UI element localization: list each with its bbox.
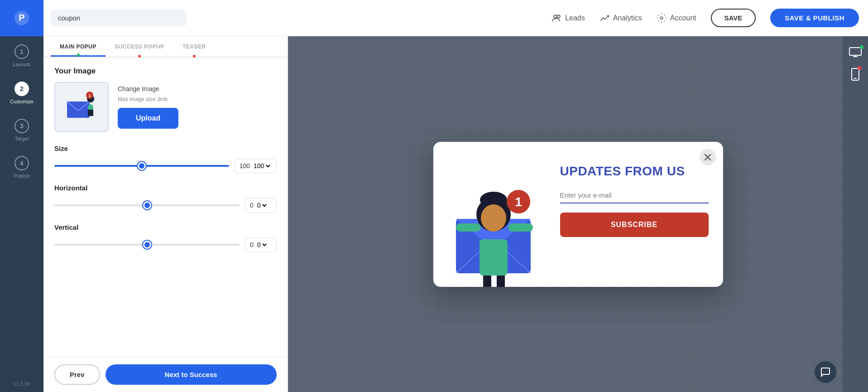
prev-button[interactable]: Prev [54, 364, 100, 385]
vertical-section: Vertical 0 0 [54, 223, 277, 252]
tab-teaser[interactable]: TEASER [173, 36, 215, 57]
image-controls: Change Image Max image size 3mb Upload [118, 85, 178, 129]
account-nav-item[interactable]: Account [657, 13, 696, 23]
sidebar-item-target-label: Target [15, 136, 29, 141]
teaser-tab-label: TEASER [182, 44, 206, 50]
next-button[interactable]: Next to Success [106, 364, 277, 385]
success-popup-dot [138, 55, 141, 58]
vertical-slider[interactable] [54, 244, 240, 246]
main-popup-tab-label: MAIN POPUP [60, 44, 96, 50]
leads-nav-item[interactable]: Leads [551, 13, 585, 23]
save-button[interactable]: SAVE [711, 9, 756, 27]
topbar-nav: Leads Analytics Account SAVE SAVE & PUBL… [551, 9, 859, 27]
size-value-text: 100 [240, 162, 250, 169]
close-icon [704, 154, 711, 161]
svg-rect-28 [849, 48, 861, 55]
vertical-label: Vertical [54, 223, 277, 231]
main-area: MAIN POPUP SUCCESS POPUP TEASER Your Ima… [43, 36, 868, 392]
save-publish-button[interactable]: SAVE & PUBLISH [770, 9, 859, 27]
sidebar-item-customize[interactable]: 2 Customize [0, 73, 43, 111]
popup-title: UPDATES FROM US [560, 164, 709, 179]
chat-icon [820, 367, 831, 377]
upload-button[interactable]: Upload [118, 108, 178, 129]
svg-rect-21 [456, 223, 481, 232]
popup-image-section: 1 [433, 142, 551, 287]
sidebar: P 1 Layouts 2 Customize 3 Target 4 Publi… [0, 0, 43, 392]
vertical-value: 0 0 [245, 237, 277, 252]
sidebar-item-layouts-label: Layouts [13, 62, 31, 67]
success-popup-tab-label: SUCCESS POPUP [115, 44, 164, 50]
device-panel [843, 36, 868, 392]
teaser-dot [193, 55, 196, 58]
popup-email-input[interactable] [560, 188, 709, 203]
mobile-device-btn[interactable] [851, 68, 859, 81]
svg-point-26 [481, 204, 506, 232]
mobile-icon [851, 68, 859, 81]
subscribe-button[interactable]: SUBSCRIBE [560, 213, 709, 237]
canvas: 1 UPDATES FROM US SUBSCRIBE [288, 36, 868, 392]
desktop-device-btn[interactable] [849, 47, 862, 57]
chat-widget[interactable] [815, 361, 836, 383]
leads-label: Leads [565, 14, 585, 22]
vertical-select[interactable]: 0 [255, 241, 268, 249]
vertical-slider-row: 0 0 [54, 237, 277, 252]
svg-text:1: 1 [88, 93, 91, 98]
leads-icon [551, 13, 561, 23]
size-label: Size [54, 145, 277, 152]
account-label: Account [670, 14, 696, 22]
envelope-container: 1 [447, 169, 547, 287]
search-input[interactable] [51, 10, 187, 26]
svg-point-2 [554, 15, 556, 18]
topbar: Leads Analytics Account SAVE SAVE & PUBL… [43, 0, 868, 36]
tab-main-popup[interactable]: MAIN POPUP [51, 36, 106, 57]
svg-text:P: P [19, 13, 24, 23]
svg-point-3 [557, 15, 560, 18]
svg-rect-20 [480, 239, 508, 276]
left-panel: MAIN POPUP SUCCESS POPUP TEASER Your Ima… [43, 36, 288, 392]
horizontal-slider-row: 0 0 [54, 198, 277, 213]
p-logo-icon: P [14, 10, 30, 26]
size-value: 100 100 [235, 159, 277, 173]
svg-rect-8 [88, 110, 93, 116]
panel-footer: Prev Next to Success [43, 357, 288, 392]
image-section: 1 Change Image Max image size 3mb Upload [54, 82, 277, 132]
account-icon [657, 13, 667, 23]
popup-close-button[interactable] [700, 149, 716, 165]
sidebar-item-target[interactable]: 3 Target [0, 111, 43, 148]
change-image-label: Change Image [118, 85, 178, 92]
analytics-nav-item[interactable]: Analytics [599, 13, 642, 23]
tab-success-popup[interactable]: SUCCESS POPUP [106, 36, 173, 57]
mobile-dot [858, 66, 861, 70]
size-slider-row: 100 100 [54, 159, 277, 173]
sidebar-item-publish[interactable]: 4 Publish [0, 148, 43, 185]
popup-modal: 1 UPDATES FROM US SUBSCRIBE [433, 142, 723, 287]
image-preview[interactable]: 1 [54, 82, 109, 132]
image-section-title: Your Image [54, 67, 277, 76]
step-4-circle: 4 [14, 156, 29, 170]
analytics-icon [599, 13, 609, 23]
panel-content: Your Image 1 [43, 58, 288, 357]
step-3-circle: 3 [14, 119, 29, 133]
sidebar-item-publish-label: Publish [14, 173, 30, 179]
desktop-icon [849, 47, 862, 57]
sidebar-logo[interactable]: P [0, 0, 43, 36]
size-select[interactable]: 100 [252, 162, 272, 170]
max-size-label: Max image size 3mb [118, 96, 178, 102]
vertical-value-text: 0 [250, 241, 254, 248]
horizontal-slider[interactable] [54, 204, 240, 206]
horizontal-section: Horizontal 0 0 [54, 184, 277, 213]
step-2-circle: 2 [14, 82, 29, 96]
sidebar-item-layouts[interactable]: 1 Layouts [0, 36, 43, 73]
horizontal-select[interactable]: 0 [255, 201, 268, 209]
version-label: v1.3.38 [14, 381, 30, 392]
popup-content-section: UPDATES FROM US SUBSCRIBE [551, 142, 723, 287]
horizontal-value-text: 0 [250, 202, 254, 209]
size-section: Size 100 100 [54, 145, 277, 173]
step-1-circle: 1 [14, 44, 29, 59]
svg-point-4 [660, 17, 663, 19]
main-popup-dot [77, 53, 80, 56]
tab-bar: MAIN POPUP SUCCESS POPUP TEASER [43, 36, 288, 58]
horizontal-label: Horizontal [54, 184, 277, 192]
size-slider[interactable] [54, 165, 229, 167]
preview-image: 1 [63, 89, 100, 125]
